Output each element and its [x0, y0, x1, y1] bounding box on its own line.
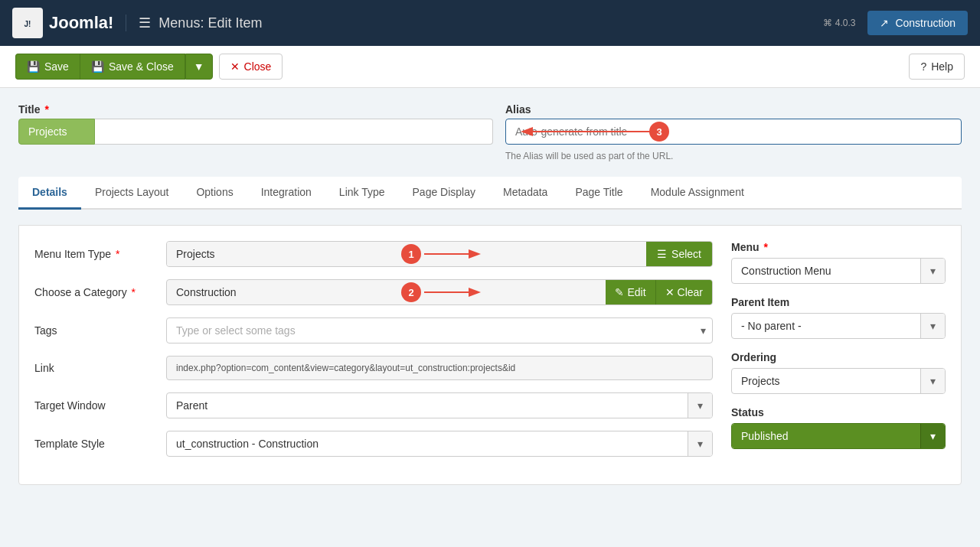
- category-select: Construction 2: [166, 279, 713, 305]
- status-dropdown[interactable]: Published ▾: [731, 423, 946, 449]
- navbar-left: J! Joomla! ☰ Menus: Edit Item: [12, 8, 262, 38]
- choose-category-label: Choose a Category *: [34, 286, 157, 298]
- menu-item-type-select: Projects 1: [166, 241, 713, 267]
- template-style-value: ut_construction - Construction: [167, 431, 688, 456]
- link-label: Link: [34, 362, 157, 374]
- close-label: Close: [244, 60, 272, 73]
- external-link-icon: ↗: [880, 17, 889, 29]
- save-group: 💾 Save 💾 Save & Close ▼: [15, 54, 213, 80]
- annotation-arrow-1: [421, 248, 482, 260]
- tab-integration[interactable]: Integration: [247, 177, 325, 210]
- logo-text: Joomla!: [49, 13, 113, 33]
- chevron-down-tags-icon: ▾: [701, 324, 706, 337]
- help-button[interactable]: ? Help: [909, 54, 965, 80]
- title-input[interactable]: [95, 119, 493, 145]
- menu-item-type-field: Projects 1: [166, 241, 713, 267]
- choose-category-field: Construction 2: [166, 279, 713, 305]
- link-row: Link: [34, 356, 713, 380]
- hamburger-icon: ☰: [139, 15, 151, 31]
- menu-item-type-label: Menu Item Type *: [34, 248, 157, 260]
- edit-label: Edit: [627, 286, 645, 298]
- tab-page-title[interactable]: Page Title: [561, 177, 636, 210]
- list-icon: ☰: [657, 248, 667, 260]
- clear-category-button[interactable]: ✕ Clear: [655, 280, 712, 304]
- version-badge: ⌘ 4.0.3: [823, 18, 855, 28]
- annotation-2-container: 2: [401, 282, 482, 302]
- joomla-logo: J! Joomla!: [12, 8, 113, 38]
- save-dropdown-button[interactable]: ▼: [185, 54, 213, 80]
- close-icon: ✕: [230, 60, 240, 73]
- template-style-row: Template Style ut_construction - Constru…: [34, 431, 713, 457]
- ordering-dropdown[interactable]: Projects ▾: [731, 368, 946, 394]
- title-field-group: Title * Projects 3: [18, 103, 493, 145]
- chevron-down-target-icon: ▾: [688, 393, 712, 418]
- menu-value: Construction Menu: [732, 259, 920, 283]
- tags-label: Tags: [34, 324, 157, 337]
- alias-help: The Alias will be used as part of the UR…: [505, 151, 962, 161]
- tab-metadata[interactable]: Metadata: [489, 177, 561, 210]
- site-button[interactable]: ↗ Construction: [867, 11, 968, 35]
- save-close-icon: 💾: [91, 60, 104, 73]
- badge-2: 2: [401, 282, 421, 302]
- annotation-1-container: 1: [401, 244, 482, 264]
- status-label: Status: [731, 406, 946, 418]
- tab-page-display[interactable]: Page Display: [399, 177, 490, 210]
- close-button[interactable]: ✕ Close: [219, 54, 283, 80]
- status-side-row: Status Published ▾: [731, 406, 946, 449]
- target-window-value: Parent: [167, 393, 688, 418]
- form-columns: Menu Item Type * Projects 1: [34, 241, 946, 469]
- site-button-label: Construction: [895, 17, 956, 29]
- toolbar-buttons: 💾 Save 💾 Save & Close ▼ ✕ Close: [15, 54, 283, 80]
- title-alias-row: Title * Projects 3 Alias: [18, 103, 962, 161]
- target-window-field: Parent ▾: [166, 392, 713, 418]
- chevron-down-template-icon: ▾: [688, 431, 712, 456]
- tab-options[interactable]: Options: [182, 177, 247, 210]
- save-label: Save: [44, 60, 69, 73]
- tab-projects-layout[interactable]: Projects Layout: [81, 177, 183, 210]
- tab-details[interactable]: Details: [18, 177, 81, 210]
- save-button[interactable]: 💾 Save: [15, 54, 80, 80]
- template-style-dropdown[interactable]: ut_construction - Construction ▾: [166, 431, 713, 457]
- help-label: Help: [931, 60, 953, 73]
- tags-field: Type or select some tags ▾: [166, 317, 713, 344]
- category-value: Construction: [167, 280, 606, 304]
- template-style-label: Template Style: [34, 438, 157, 450]
- tags-select[interactable]: Type or select some tags ▾: [166, 317, 713, 344]
- parent-item-value: - No parent -: [732, 314, 920, 338]
- target-window-dropdown[interactable]: Parent ▾: [166, 392, 713, 418]
- ordering-side-row: Ordering Projects ▾: [731, 351, 946, 394]
- status-value: Published: [732, 424, 920, 448]
- tab-module-assignment[interactable]: Module Assignment: [637, 177, 758, 210]
- template-style-field: ut_construction - Construction ▾: [166, 431, 713, 457]
- chevron-down-parent-icon: ▾: [920, 314, 945, 338]
- clear-label: Clear: [678, 286, 703, 298]
- target-window-row: Target Window Parent ▾: [34, 392, 713, 418]
- parent-item-dropdown[interactable]: - No parent - ▾: [731, 313, 946, 339]
- choose-category-row: Choose a Category * Construction 2: [34, 279, 713, 305]
- link-input: [166, 356, 713, 380]
- tags-placeholder: Type or select some tags: [173, 321, 701, 340]
- save-icon: 💾: [27, 60, 40, 73]
- nav-title: ☰ Menus: Edit Item: [126, 15, 262, 31]
- link-field: [166, 356, 713, 380]
- title-highlighted-value: Projects: [18, 119, 95, 145]
- pencil-icon: ✎: [615, 286, 624, 298]
- select-label: Select: [671, 248, 701, 260]
- tabs: Details Projects Layout Options Integrat…: [18, 177, 962, 210]
- page-title: Menus: Edit Item: [158, 15, 262, 31]
- navbar-right: ⌘ 4.0.3 ↗ Construction: [823, 11, 968, 35]
- badge-1: 1: [401, 244, 421, 264]
- help-icon: ?: [920, 60, 926, 73]
- select-button[interactable]: ☰ Select: [646, 242, 712, 266]
- alias-label: Alias: [505, 103, 962, 116]
- main-content: Title * Projects 3 Alias: [0, 88, 980, 500]
- tags-row: Tags Type or select some tags ▾: [34, 317, 713, 344]
- form-side-column: Menu * Construction Menu ▾ Parent Item -…: [731, 241, 946, 469]
- save-close-button[interactable]: 💾 Save & Close: [80, 54, 185, 80]
- form-panel: Menu Item Type * Projects 1: [18, 225, 962, 485]
- tab-link-type[interactable]: Link Type: [325, 177, 399, 210]
- joomla-logo-icon: J!: [12, 8, 43, 38]
- edit-category-button[interactable]: ✎ Edit: [606, 280, 655, 304]
- annotation-3: 3: [516, 124, 669, 139]
- menu-dropdown[interactable]: Construction Menu ▾: [731, 258, 946, 284]
